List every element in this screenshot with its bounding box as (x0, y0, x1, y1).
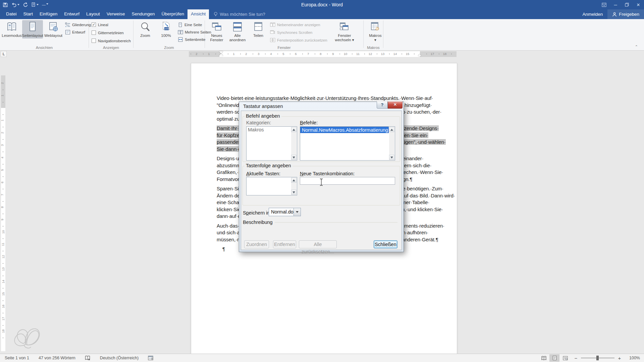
scroll-down-icon[interactable] (291, 190, 297, 195)
ruler-number: 18 (443, 52, 447, 56)
zoom-button[interactable]: Zoom (135, 20, 156, 39)
share-button[interactable]: Freigeben (607, 9, 644, 19)
macros-icon (370, 21, 381, 32)
zoom-icon (140, 21, 151, 32)
save-in-combobox[interactable]: Normal.dotm (269, 208, 301, 216)
print-layout-icon (26, 21, 39, 32)
scroll-down-icon[interactable] (389, 155, 394, 160)
zoom-in-icon[interactable]: + (617, 355, 622, 361)
zoom-out-icon[interactable]: − (574, 355, 578, 361)
close-dialog-button[interactable]: Schließen (374, 240, 397, 248)
gridlines-checkbox[interactable]: Gitternetzlinien (92, 30, 131, 36)
current-keys-scrollbar[interactable] (291, 178, 297, 195)
key-sequence-groupbox-label: Tastenfolge angeben (245, 163, 292, 168)
close-icon[interactable]: ✕ (633, 0, 644, 9)
arrange-all-button[interactable]: Alle anordnen (227, 20, 248, 43)
description-label: Beschreibung (243, 220, 273, 225)
scroll-up-icon[interactable] (291, 127, 297, 132)
list-item[interactable]: Makros (247, 127, 291, 133)
navigation-pane-checkbox[interactable]: Navigationsbereich (92, 38, 131, 44)
commands-listbox[interactable]: Normal.NewMacros.Absatzformatierung (300, 126, 395, 161)
tab-einf-gen[interactable]: Einfügen (36, 9, 61, 19)
outline-view-button[interactable]: Gliederung (65, 22, 91, 27)
reset-window-position-icon (270, 38, 275, 42)
remove-button: Entfernen (273, 240, 296, 248)
side-by-side-icon (270, 22, 275, 27)
minimize-icon[interactable]: ─ (610, 0, 621, 9)
dialog-close-button[interactable]: ✕ (388, 102, 402, 109)
ruler-number: 15 (406, 52, 410, 56)
zoom-slider-track[interactable] (581, 358, 614, 358)
web-layout-button[interactable]: Weblayout (43, 20, 64, 39)
description-divider (275, 222, 397, 223)
right-indent-marker[interactable] (418, 54, 421, 56)
ribbon-group-ansichten: Lesemodus Seitenlayout Weblayout Glieder… (0, 19, 89, 50)
ruler-number: 4 (270, 52, 272, 56)
horizontal-ruler[interactable]: 211234567891011121314151718 (189, 51, 457, 57)
split-button[interactable]: Teilen (248, 20, 269, 39)
combo-dropdown-icon[interactable] (293, 208, 301, 216)
ruler-number: 12 (1, 255, 5, 259)
page-count-status[interactable]: Seite 1 von 1 (0, 354, 34, 362)
new-key-input[interactable] (300, 177, 395, 185)
vertical-ruler[interactable]: 21123456789101112131415161718 (1, 63, 5, 351)
commands-scrollbar[interactable] (389, 127, 394, 160)
web-layout-view-button[interactable] (560, 354, 570, 362)
macros-button[interactable]: Makros ▾ (365, 20, 386, 43)
switch-windows-button[interactable]: Fenster wechseln ▾ (333, 20, 356, 43)
current-keys-listbox[interactable] (246, 177, 297, 195)
zoom-slider[interactable]: − + (574, 355, 622, 361)
scroll-up-icon[interactable] (389, 127, 394, 132)
tab-entwurf[interactable]: Entwurf (61, 9, 83, 19)
language-status[interactable]: Deutsch (Österreich) (95, 354, 143, 362)
proofing-errors-icon[interactable] (80, 354, 95, 362)
ruler-number: 8 (320, 52, 321, 56)
tab-layout[interactable]: Layout (83, 9, 103, 19)
lightbulb-icon (214, 12, 218, 17)
first-line-indent-marker[interactable] (219, 51, 223, 54)
zoom-percentage[interactable]: 100% (625, 356, 642, 360)
tab-datei[interactable]: Datei (3, 9, 20, 19)
group-label-makros: Makros (364, 46, 383, 50)
categories-scrollbar[interactable] (291, 127, 297, 160)
list-item-selected[interactable]: Normal.NewMacros.Absatzformatierung (300, 127, 389, 133)
zoom-100-button[interactable]: 100 100% (156, 20, 176, 39)
left-indent-marker[interactable] (219, 56, 223, 57)
tab-verweise[interactable]: Verweise (103, 9, 128, 19)
svg-text:100: 100 (165, 27, 169, 30)
tab-ansicht[interactable]: Ansicht (187, 9, 209, 19)
zoom-slider-thumb[interactable] (596, 356, 599, 360)
categories-label: Kategorien: (246, 120, 271, 125)
ruler-number: 14 (1, 280, 5, 284)
collapse-ribbon-icon[interactable]: ⌃ (635, 45, 638, 49)
ruler-checkbox[interactable]: ✓ Lineal (92, 22, 131, 27)
ruler-number: 1 (0, 95, 4, 96)
checkbox-checked-icon: ✓ (92, 22, 96, 27)
tab-sendungen[interactable]: Sendungen (128, 9, 158, 19)
sign-in-link[interactable]: Anmelden (578, 12, 607, 17)
ribbon-group-zoom: Zoom 100 100% Eine Seite Mehrere Seiten … (133, 19, 205, 50)
ruler-number: 10 (1, 230, 5, 234)
ribbon-display-options-icon[interactable] (598, 0, 610, 9)
read-mode-view-button[interactable] (539, 354, 549, 362)
tab-start[interactable]: Start (20, 9, 37, 19)
scroll-up-icon[interactable] (291, 178, 297, 183)
tell-me-label: Was möchten Sie tun? (220, 12, 265, 17)
macro-icon[interactable] (143, 354, 158, 362)
categories-listbox[interactable]: Makros (246, 126, 297, 161)
read-mode-button[interactable]: Lesemodus (1, 20, 22, 39)
draft-view-button[interactable]: Entwurf (65, 29, 91, 35)
tab--berpr-fen[interactable]: Überprüfen (158, 9, 188, 19)
word-count-status[interactable]: 47 von 256 Wörtern (34, 354, 80, 362)
dialog-help-button[interactable]: ? (377, 102, 388, 109)
print-layout-button[interactable]: Seitenlayout (22, 20, 43, 39)
tab-stop-selector[interactable]: L (1, 51, 7, 57)
tell-me-box[interactable]: Was möchten Sie tun? (209, 12, 268, 19)
switch-windows-icon (339, 21, 350, 32)
new-window-button[interactable]: Neues Fenster (206, 20, 227, 43)
scroll-down-icon[interactable] (291, 155, 297, 160)
ruler-number: 2 (196, 52, 197, 56)
print-layout-view-button[interactable] (549, 354, 559, 362)
one-page-icon (178, 22, 183, 27)
restore-icon[interactable] (621, 0, 633, 9)
